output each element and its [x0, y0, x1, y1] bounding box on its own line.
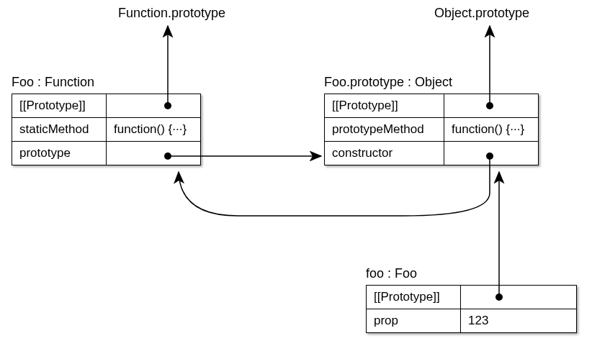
cell-proto-val [444, 94, 539, 118]
cell-prototype-val [107, 142, 201, 165]
cell-prototypemethod-val: function() {···} [444, 118, 539, 142]
table-row: staticMethod function() {···} [12, 118, 201, 142]
foo-function-table: [[Prototype]] staticMethod function() {·… [12, 94, 201, 165]
table-row: prop 123 [367, 309, 577, 333]
cell-proto-val [461, 286, 577, 309]
foo-prototype-title: Foo.prototype : Object [324, 75, 452, 90]
cell-proto-key: [[Prototype]] [367, 286, 461, 309]
cell-proto-key: [[Prototype]] [325, 94, 444, 118]
cell-staticmethod-val: function() {···} [107, 118, 201, 142]
cell-proto-val [107, 94, 201, 118]
cell-prototype-key: prototype [12, 142, 107, 165]
table-row: prototype [12, 142, 201, 165]
cell-prop-val: 123 [461, 309, 577, 333]
table-row: [[Prototype]] [12, 94, 201, 118]
table-row: prototypeMethod function() {···} [325, 118, 539, 142]
cell-prototypemethod-key: prototypeMethod [325, 118, 444, 142]
cell-staticmethod-key: staticMethod [12, 118, 107, 142]
foo-instance-table: [[Prototype]] prop 123 [366, 285, 577, 333]
table-row: [[Prototype]] [367, 286, 577, 309]
table-row: constructor [325, 142, 539, 165]
label-object-prototype: Object.prototype [434, 6, 529, 21]
table-row: [[Prototype]] [325, 94, 539, 118]
label-function-prototype: Function.prototype [118, 6, 225, 21]
cell-prop-key: prop [367, 309, 461, 333]
foo-function-title: Foo : Function [12, 75, 94, 90]
cell-constructor-val [444, 142, 539, 165]
cell-constructor-key: constructor [325, 142, 444, 165]
prototype-diagram: Function.prototype Object.prototype Foo … [0, 0, 610, 364]
foo-prototype-table: [[Prototype]] prototypeMethod function()… [324, 94, 539, 165]
cell-proto-key: [[Prototype]] [12, 94, 107, 118]
foo-instance-title: foo : Foo [366, 266, 417, 281]
